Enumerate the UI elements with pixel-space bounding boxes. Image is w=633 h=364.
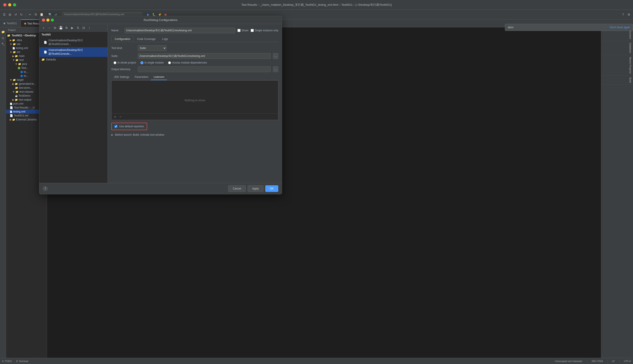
subtab-listeners[interactable]: Listeners	[151, 74, 167, 80]
add-config-button[interactable]: +	[41, 25, 46, 30]
dialog-max-button[interactable]	[51, 18, 54, 22]
radio-single-module[interactable]: In single module	[140, 61, 164, 64]
vtab-structure[interactable]: ⊞	[1, 35, 6, 40]
separator-text: LF	[612, 360, 615, 362]
dialog-titlebar: Run/Debug Configurations	[39, 16, 282, 24]
maximize-button[interactable]	[13, 3, 16, 6]
toolbar-copy[interactable]: ⧉	[33, 12, 38, 17]
folder-tclasses-icon: ▼ 📁	[12, 90, 19, 93]
settings-toolbar-button[interactable]: ⚙	[626, 12, 631, 17]
panel-tab-build[interactable]: Build	[601, 76, 633, 85]
config-item-2[interactable]: 📄 /Users/maibixin/Desktop/车行易/TestNG1/re…	[39, 47, 108, 57]
default-reporters-row: Use default reporters	[111, 123, 147, 130]
single-instance-checkbox[interactable]	[251, 29, 254, 32]
dialog-close-button[interactable]	[42, 18, 45, 22]
java-icon-2: 🔵	[20, 75, 23, 77]
default-reporters-checkbox[interactable]	[114, 125, 117, 128]
bottom-tab-todo[interactable]: 6: TODO	[2, 360, 12, 362]
tab-coverage-label: Code Coverage	[137, 38, 155, 40]
before-launch-arrow-icon[interactable]: ▶	[111, 133, 113, 136]
before-launch-label: Before launch: Build, Activate tool wind…	[115, 133, 164, 136]
tab-logs[interactable]: Logs	[159, 36, 171, 42]
share-label: Share	[241, 29, 249, 32]
radio-across-modules[interactable]: Across module dependencies	[168, 61, 207, 64]
radio-single-module-input[interactable]	[140, 61, 143, 64]
bottom-tab-terminal[interactable]: 8: Terminal	[16, 360, 28, 362]
ok-button[interactable]: OK	[265, 185, 278, 192]
test-kind-label: Test kind:	[111, 46, 136, 50]
test-kind-select-wrap: Suite	[138, 45, 166, 51]
output-dir-input[interactable]	[138, 66, 271, 72]
radio-across-label: Across module dependencies	[172, 61, 207, 64]
subtab-jdk-settings[interactable]: JDK Settings	[111, 74, 132, 80]
sort-config-button[interactable]: ⇅	[76, 25, 80, 30]
subtab-parameters[interactable]: Parameters	[132, 74, 151, 80]
folder-idea-icon: ▶ 📁	[10, 39, 15, 42]
toolbar-btn-1[interactable]: ☰	[2, 12, 7, 17]
dialog-body: + − ⧉ 💾 ⚙ ▶ ⇅ ⊟ ↕ TestNG 📄 /Users/maibix…	[39, 24, 282, 183]
tab-config-label: Configuration	[115, 38, 130, 40]
tab-label-testng1: TestNG1	[7, 22, 17, 25]
toolbar-btn-4[interactable]: ↻	[19, 12, 24, 17]
section-testng-label: TestNG	[39, 32, 108, 38]
apply-label: Apply	[252, 187, 259, 190]
tree-testng-xml-root-label: testng.xml	[13, 110, 25, 113]
status-warning: Unescaped xml character	[555, 360, 582, 362]
tab-configuration[interactable]: Configuration	[111, 36, 134, 42]
remove-config-button[interactable]: −	[47, 25, 52, 30]
tab-testng1[interactable]: TestNG1	[0, 20, 21, 27]
help-toolbar-button[interactable]: ?	[621, 12, 625, 17]
vtab-project[interactable]: 📁	[1, 29, 6, 34]
defaults-item[interactable]: 📁 Defaults	[39, 57, 108, 62]
close-button[interactable]	[3, 3, 7, 6]
dialog-help-button[interactable]: ?	[43, 186, 48, 191]
panel-tab-database[interactable]: Database	[601, 41, 633, 55]
config-tabs: Configuration Code Coverage Logs	[111, 36, 278, 42]
run-config-button[interactable]: ▶	[70, 25, 75, 30]
radio-whole-project-input[interactable]	[114, 61, 116, 64]
tree-target-label: target	[17, 78, 24, 82]
copy-config-button[interactable]: ⧉	[53, 25, 57, 30]
toolbar-btn-3[interactable]: ↺	[13, 12, 18, 17]
panel-tab-maven[interactable]: Maven Projects	[601, 55, 633, 76]
test-kind-select[interactable]: Suite	[138, 45, 166, 51]
dialog-min-button[interactable]	[46, 18, 50, 22]
ok-label: OK	[270, 187, 274, 190]
tab-code-coverage[interactable]: Code Coverage	[134, 36, 159, 42]
name-input[interactable]	[125, 28, 235, 33]
before-launch-row: ▶ Before launch: Build, Activate tool wi…	[111, 133, 278, 136]
save-config-button[interactable]: 💾	[58, 25, 63, 30]
folder-test-icon: ▼ 📁	[12, 59, 19, 62]
expand-config-button[interactable]: ↕	[87, 25, 92, 30]
filter-config-button[interactable]: ⊟	[81, 25, 86, 30]
minimize-button[interactable]	[8, 3, 11, 6]
dont-show-link[interactable]: Don't show again	[610, 26, 630, 29]
defaults-label: Defaults	[46, 58, 56, 61]
suite-browse-button[interactable]: …	[273, 53, 278, 59]
toolbar-cut[interactable]: ✂	[28, 12, 33, 17]
dialog-right-pane: Name: Share Single instance only Configu…	[108, 24, 282, 183]
output-dir-browse-button[interactable]: …	[273, 66, 278, 72]
tab-logs-label: Logs	[162, 38, 168, 40]
warning-text: Unescaped xml character	[555, 360, 582, 362]
remove-listener-button[interactable]: −	[118, 114, 123, 119]
apply-button[interactable]: Apply	[248, 185, 264, 192]
tree-te2-label: te...	[24, 74, 28, 78]
radio-whole-project[interactable]: In whole project	[114, 61, 136, 64]
folder-src-icon: ▼ 📁	[10, 51, 16, 54]
status-bar: 6: TODO 8: Terminal Unescaped xml charac…	[0, 358, 633, 364]
radio-across-modules-input[interactable]	[168, 61, 171, 64]
cancel-button[interactable]: Cancel	[228, 185, 246, 192]
tree-extlibs-label: External Libraries	[16, 118, 37, 121]
tree-anno-label: test-anno...	[19, 86, 32, 89]
gear-config-button[interactable]: ⚙	[64, 25, 69, 30]
toolbar-btn-2[interactable]: ⊞	[8, 12, 12, 17]
vtab-build[interactable]: 🔨	[1, 42, 6, 47]
suite-input[interactable]	[138, 53, 271, 59]
folder-anno-icon: 📁	[15, 86, 18, 89]
dialog-left-pane: + − ⧉ 💾 ⚙ ▶ ⇅ ⊟ ↕ TestNG 📄 /Users/maibix…	[39, 24, 108, 183]
config-item-1[interactable]: 📄 /Users/maibixin/Desktop/车行易/TestNG1/re…	[39, 38, 108, 47]
testdemo-icon: ☕	[15, 95, 18, 97]
add-listener-button[interactable]: +	[113, 114, 117, 119]
share-checkbox[interactable]	[238, 29, 241, 32]
